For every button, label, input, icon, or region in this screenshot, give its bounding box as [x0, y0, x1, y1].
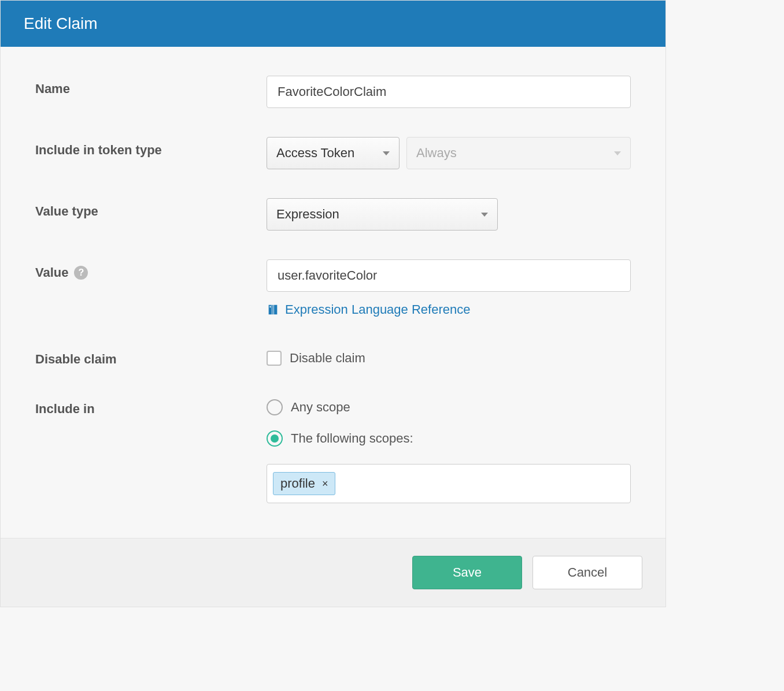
modal-title: Edit Claim [24, 14, 98, 32]
modal-header: Edit Claim [1, 1, 665, 47]
label-include-in: Include in [35, 396, 267, 417]
name-input[interactable] [267, 76, 631, 108]
token-when-value: Always [416, 146, 457, 161]
label-disable-claim: Disable claim [35, 346, 267, 367]
help-icon[interactable]: ? [74, 266, 88, 280]
scope-tag: profile × [273, 472, 335, 495]
disable-claim-checkbox[interactable] [267, 351, 282, 366]
caret-down-icon [614, 151, 621, 155]
label-value-type: Value type [35, 198, 267, 219]
label-name: Name [35, 76, 267, 96]
value-type-value: Expression [276, 207, 339, 222]
book-icon [267, 303, 279, 316]
radio-following-scopes-label: The following scopes: [291, 431, 413, 446]
link-text: Expression Language Reference [285, 302, 470, 317]
row-include-token-type: Include in token type Access Token Alway… [35, 137, 631, 169]
value-type-select[interactable]: Expression [267, 198, 498, 231]
modal-body: Name Include in token type Access Token … [1, 47, 665, 538]
expression-reference-link[interactable]: Expression Language Reference [267, 302, 631, 317]
row-include-in: Include in Any scope The following scope… [35, 396, 631, 503]
radio-any-scope-label: Any scope [291, 400, 350, 415]
radio-any-scope[interactable]: Any scope [267, 399, 631, 415]
disable-claim-checkbox-label: Disable claim [290, 351, 365, 366]
close-icon[interactable]: × [322, 478, 328, 490]
caret-down-icon [481, 213, 488, 217]
save-button[interactable]: Save [412, 556, 522, 589]
row-value-type: Value type Expression [35, 198, 631, 231]
disable-claim-checkbox-row[interactable]: Disable claim [267, 346, 631, 366]
label-value: Value ? [35, 259, 267, 280]
scopes-tag-input[interactable]: profile × [267, 464, 631, 503]
cancel-button[interactable]: Cancel [532, 556, 642, 589]
scope-tag-label: profile [280, 476, 315, 491]
row-value: Value ? Expression Language Reference [35, 259, 631, 317]
modal-footer: Save Cancel [1, 538, 665, 607]
radio-following-scopes-input[interactable] [267, 430, 283, 447]
radio-following-scopes[interactable]: The following scopes: [267, 430, 631, 447]
token-when-select: Always [406, 137, 631, 169]
token-type-value: Access Token [276, 146, 354, 161]
value-input[interactable] [267, 259, 631, 292]
row-disable-claim: Disable claim Disable claim [35, 346, 631, 367]
row-name: Name [35, 76, 631, 108]
label-include-token-type: Include in token type [35, 137, 267, 158]
radio-any-scope-input[interactable] [267, 399, 283, 415]
include-in-radio-group: Any scope The following scopes: [267, 396, 631, 447]
caret-down-icon [383, 151, 390, 155]
token-type-select[interactable]: Access Token [267, 137, 400, 169]
edit-claim-modal: Edit Claim Name Include in token type Ac… [0, 0, 666, 607]
